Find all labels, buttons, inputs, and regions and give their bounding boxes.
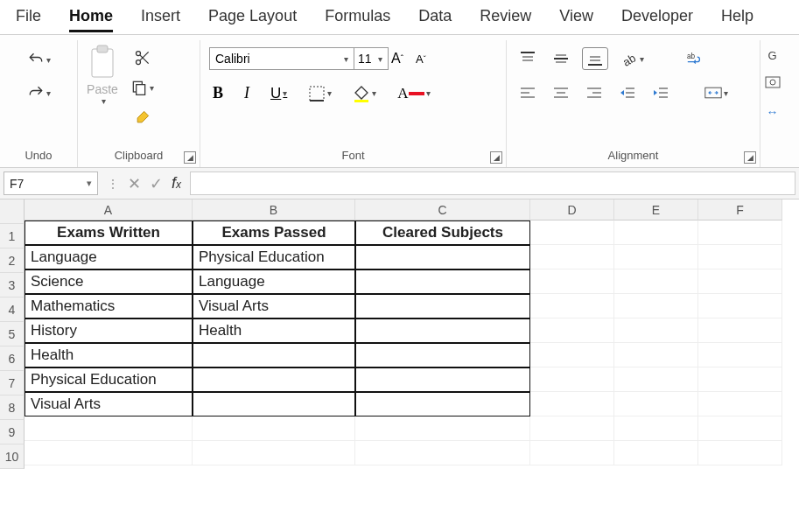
cell-C1[interactable]: Cleared Subjects — [355, 220, 530, 245]
cell-C9[interactable] — [355, 416, 530, 441]
cell-F4[interactable] — [698, 294, 782, 318]
currency-icon[interactable] — [765, 74, 781, 93]
cell-E1[interactable] — [614, 220, 698, 245]
cell-C3[interactable] — [355, 270, 530, 294]
cell-C2[interactable] — [355, 245, 530, 270]
cell-B5[interactable]: Health — [193, 318, 355, 343]
cut-button[interactable] — [130, 47, 155, 68]
cell-D10[interactable] — [530, 441, 614, 466]
fill-color-button[interactable]: ▾ — [349, 83, 380, 104]
cell-A5[interactable]: History — [25, 318, 193, 343]
cell-A3[interactable]: Science — [25, 270, 193, 294]
font-name-input[interactable] — [209, 47, 358, 70]
cell-A4[interactable]: Mathematics — [25, 294, 193, 318]
cell-A7[interactable]: Physical Education — [25, 368, 193, 392]
col-header-D[interactable]: D — [530, 200, 614, 220]
cell-C6[interactable] — [355, 343, 530, 368]
cell-F7[interactable] — [698, 368, 782, 392]
cells-area[interactable]: Exams WrittenExams PassedCleared Subject… — [25, 220, 799, 466]
menu-developer[interactable]: Developer — [621, 7, 693, 25]
name-box[interactable]: F7 ▾ — [4, 172, 98, 195]
cell-F5[interactable] — [698, 318, 782, 343]
font-color-button[interactable]: A ▾ — [394, 83, 433, 104]
align-top-button[interactable] — [515, 48, 540, 69]
cell-F8[interactable] — [698, 392, 782, 416]
cell-D8[interactable] — [530, 392, 614, 416]
menu-review[interactable]: Review — [480, 7, 531, 25]
cell-D2[interactable] — [530, 245, 614, 270]
decrease-indent-button[interactable] — [615, 82, 640, 103]
menu-file[interactable]: File — [16, 7, 41, 25]
orientation-button[interactable]: ab▾ — [617, 48, 648, 69]
cell-F6[interactable] — [698, 343, 782, 368]
general-format-icon[interactable]: G — [767, 49, 776, 62]
cell-F10[interactable] — [698, 441, 782, 466]
borders-button[interactable]: ▾ — [305, 83, 335, 104]
underline-button[interactable]: U▾ — [267, 83, 291, 104]
format-painter-button[interactable] — [130, 107, 155, 128]
font-size-input[interactable] — [354, 47, 389, 70]
increase-indent-button[interactable] — [648, 82, 673, 103]
align-bottom-button[interactable] — [582, 47, 608, 70]
menu-view[interactable]: View — [559, 7, 593, 25]
row-header-2[interactable]: 2 — [0, 248, 25, 273]
col-header-F[interactable]: F — [698, 200, 782, 220]
cell-F9[interactable] — [698, 416, 782, 441]
cell-A6[interactable]: Health — [25, 343, 193, 368]
decrease-font-button[interactable]: Aˇ — [412, 51, 430, 67]
cell-D3[interactable] — [530, 270, 614, 294]
alignment-launcher[interactable]: ◢ — [744, 151, 756, 164]
align-middle-button[interactable] — [549, 48, 573, 69]
cell-B3[interactable]: Language — [193, 270, 355, 294]
menu-page-layout[interactable]: Page Layout — [208, 7, 297, 25]
clipboard-launcher[interactable]: ◢ — [184, 151, 196, 164]
col-header-C[interactable]: C — [355, 200, 530, 220]
redo-button[interactable]: ▾ — [24, 82, 54, 103]
cell-B2[interactable]: Physical Education — [193, 245, 355, 270]
menu-formulas[interactable]: Formulas — [325, 7, 390, 25]
cell-E4[interactable] — [614, 294, 698, 318]
increase-font-button[interactable]: Aˆ — [388, 49, 407, 68]
cell-E6[interactable] — [614, 343, 698, 368]
cell-E10[interactable] — [614, 441, 698, 466]
row-header-8[interactable]: 8 — [0, 396, 25, 420]
menu-home[interactable]: Home — [69, 7, 113, 25]
cell-A10[interactable] — [25, 441, 193, 466]
row-header-5[interactable]: 5 — [0, 322, 25, 346]
enter-icon[interactable]: ✓ — [150, 174, 163, 193]
cell-E5[interactable] — [614, 318, 698, 343]
cell-B9[interactable] — [193, 416, 355, 441]
copy-button[interactable]: ▾ — [127, 77, 158, 98]
arrow-icon[interactable]: ↔ — [767, 105, 779, 119]
align-right-button[interactable] — [582, 82, 606, 103]
menu-insert[interactable]: Insert — [141, 7, 180, 25]
cell-C5[interactable] — [355, 318, 530, 343]
cell-C8[interactable] — [355, 392, 530, 416]
cell-D6[interactable] — [530, 343, 614, 368]
cell-E8[interactable] — [614, 392, 698, 416]
cell-A1[interactable]: Exams Written — [25, 220, 193, 245]
cell-F2[interactable] — [698, 245, 782, 270]
cell-D1[interactable] — [530, 220, 614, 245]
menu-help[interactable]: Help — [721, 7, 753, 25]
menu-data[interactable]: Data — [418, 7, 452, 25]
merge-center-button[interactable]: ▾ — [701, 82, 732, 103]
cell-B10[interactable] — [193, 441, 355, 466]
col-header-E[interactable]: E — [614, 200, 698, 220]
cell-A9[interactable] — [25, 416, 193, 441]
cell-A8[interactable]: Visual Arts — [25, 392, 193, 416]
cell-E3[interactable] — [614, 270, 698, 294]
cell-B8[interactable] — [193, 392, 355, 416]
cell-F3[interactable] — [698, 270, 782, 294]
cancel-icon[interactable]: ✕ — [128, 174, 141, 193]
select-all-corner[interactable] — [0, 200, 25, 224]
cell-F1[interactable] — [698, 220, 782, 245]
fx-options-icon[interactable]: ⋮ — [107, 177, 119, 191]
row-header-6[interactable]: 6 — [0, 346, 25, 371]
cell-B6[interactable] — [193, 343, 355, 368]
cell-E9[interactable] — [614, 416, 698, 441]
undo-button[interactable]: ▾ — [24, 49, 54, 70]
cell-D7[interactable] — [530, 368, 614, 392]
row-header-1[interactable]: 1 — [0, 224, 25, 248]
row-header-4[interactable]: 4 — [0, 298, 25, 322]
